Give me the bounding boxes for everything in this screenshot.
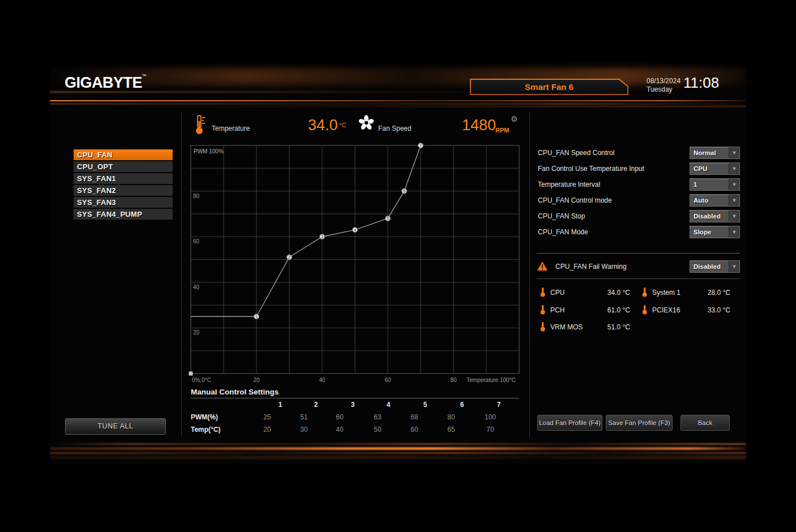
svg-text:7: 7 <box>420 143 422 147</box>
setting-label-control-mode: CPU_FAN Control mode <box>538 196 612 204</box>
tab-smart-fan-6-label: Smart Fan 6 <box>471 80 627 94</box>
mcs-header-row: 1 2 3 4 5 6 7 <box>191 401 553 410</box>
mcs-temp-label: Temp(°C) <box>191 426 221 434</box>
mcs-col: 4 <box>387 401 391 409</box>
mcs-pwm-cell[interactable]: 51 <box>300 413 307 421</box>
mcs-pwm-cell[interactable]: 60 <box>336 413 343 421</box>
dropdown-temp-input[interactable]: CPU ▼ <box>690 162 740 175</box>
back-button[interactable]: Back <box>681 415 730 431</box>
mcs-col: 7 <box>497 401 501 409</box>
sidebar-item-sys-fan4-pump[interactable]: SYS_FAN4_PUMP <box>74 209 173 220</box>
clock-display: 11:08 <box>683 74 719 92</box>
save-fan-profile-button[interactable]: Save Fan Profile (F3) <box>606 415 673 431</box>
date-display: 08/13/2024 Tuesday <box>647 77 681 94</box>
thermometer-icon <box>642 288 648 297</box>
fan-speed-value: 1480 <box>462 117 496 134</box>
mcs-pwm-cell[interactable]: 25 <box>263 413 271 421</box>
svg-text:40: 40 <box>193 284 200 290</box>
thermometer-icon <box>540 305 546 315</box>
sensor-label-cpu: CPU <box>550 289 564 297</box>
sensor-value-vrm-mos: 51.0 °C <box>582 323 630 331</box>
sensor-label-vrm-mos: VRM MOS <box>550 323 583 331</box>
chevron-down-icon: ▼ <box>729 179 739 190</box>
load-fan-profile-button[interactable]: Load Fan Profile (F4) <box>537 415 602 431</box>
mcs-temp-cell[interactable]: 30 <box>300 426 307 434</box>
chevron-down-icon: ▼ <box>729 211 739 222</box>
sensor-label-pch: PCH <box>550 306 564 314</box>
x-tick-40: 40 <box>319 377 325 383</box>
decor-streak <box>50 106 746 107</box>
mcs-pwm-label: PWM(%) <box>191 413 218 421</box>
tune-all-button[interactable]: TUNE ALL <box>65 418 166 435</box>
mcs-col: 6 <box>460 401 464 409</box>
sensor-value-pciex16: 33.0 °C <box>678 306 730 314</box>
decor-streak <box>50 100 746 101</box>
x-axis-title: Temperature 100°C <box>467 377 516 383</box>
divider <box>181 112 182 437</box>
manual-control-settings-title: Manual Control Settings <box>191 388 279 396</box>
decor-streak <box>50 452 746 454</box>
smart-fan-screen: GIGABYTE™ Smart Fan 6 08/13/2024 Tuesday… <box>50 68 746 464</box>
decor-streak <box>50 443 746 445</box>
divider <box>537 278 740 279</box>
dropdown-temp-interval[interactable]: 1 ▼ <box>690 178 740 191</box>
x-tick-60: 60 <box>384 377 391 383</box>
trademark: ™ <box>142 74 147 79</box>
dropdown-value: Normal <box>690 147 729 158</box>
setting-label-speed-control: CPU_FAN Speed Control <box>538 149 614 157</box>
temperature-value: 34.0 <box>308 117 338 134</box>
setting-label-fan-stop: CPU_FAN Stop <box>538 212 585 220</box>
svg-text:2: 2 <box>288 255 290 259</box>
chevron-down-icon: ▼ <box>729 195 739 206</box>
sidebar-item-cpu-opt[interactable]: CPU_OPT <box>74 161 173 172</box>
mcs-pwm-cell[interactable]: 80 <box>447 413 455 421</box>
dropdown-speed-control[interactable]: Normal ▼ <box>690 147 740 159</box>
svg-text:1: 1 <box>255 315 258 319</box>
setting-label-temp-interval: Temperature Interval <box>538 181 600 188</box>
mcs-pwm-cell[interactable]: 68 <box>410 413 418 421</box>
mcs-temp-cell[interactable]: 50 <box>374 426 381 434</box>
svg-text:80: 80 <box>193 193 200 199</box>
fan-curve-chart[interactable]: PWM 100%806040201234567 <box>191 145 519 374</box>
dropdown-value: Disabled <box>690 261 729 272</box>
mcs-temp-cell[interactable]: 65 <box>447 426 455 434</box>
sidebar-item-sys-fan1[interactable]: SYS_FAN1 <box>74 173 173 184</box>
sidebar-item-sys-fan2[interactable]: SYS_FAN2 <box>74 185 173 196</box>
chevron-down-icon: ▼ <box>729 226 739 238</box>
thermometer-icon <box>642 305 648 315</box>
divider <box>537 253 740 254</box>
sensor-value-system1: 28.0 °C <box>678 289 730 297</box>
decor-streak <box>50 103 746 105</box>
svg-text:6: 6 <box>403 189 405 193</box>
dropdown-fan-stop[interactable]: Disabled ▼ <box>690 210 740 222</box>
mcs-pwm-row: PWM(%) 25 51 60 63 68 80 100 <box>191 413 553 422</box>
chevron-down-icon: ▼ <box>729 147 739 158</box>
dropdown-fail-warning[interactable]: Disabled ▼ <box>690 260 740 273</box>
dropdown-fan-mode[interactable]: Slope ▼ <box>690 226 740 238</box>
mcs-temp-cell[interactable]: 20 <box>263 426 271 434</box>
dropdown-control-mode[interactable]: Auto ▼ <box>690 194 740 207</box>
sidebar-item-sys-fan3[interactable]: SYS_FAN3 <box>74 197 173 208</box>
mcs-temp-cell[interactable]: 40 <box>336 426 343 434</box>
decor-streak <box>50 456 746 458</box>
svg-text:3: 3 <box>321 235 323 239</box>
gigabyte-logo: GIGABYTE™ <box>65 74 147 92</box>
temperature-unit: °C <box>339 122 346 128</box>
sensor-label-system1: System 1 <box>652 289 681 297</box>
sidebar-item-cpu-fan[interactable]: CPU_FAN <box>74 149 173 160</box>
mcs-col: 1 <box>279 401 283 409</box>
weekday-value: Tuesday <box>647 85 681 94</box>
fan-speed-unit: RPM <box>495 127 509 134</box>
mcs-pwm-cell[interactable]: 100 <box>485 413 496 421</box>
divider <box>191 398 519 398</box>
chevron-down-icon: ▼ <box>729 163 739 174</box>
gear-icon[interactable]: ⚙ <box>511 114 518 123</box>
tab-smart-fan-6[interactable]: Smart Fan 6 <box>470 79 628 95</box>
sensor-value-pch: 61.0 °C <box>582 306 630 314</box>
mcs-temp-cell[interactable]: 70 <box>486 426 494 434</box>
decor-streak <box>50 447 746 450</box>
mcs-pwm-cell[interactable]: 63 <box>374 413 381 421</box>
thermometer-icon <box>540 322 546 332</box>
mcs-temp-cell[interactable]: 60 <box>410 426 418 434</box>
dropdown-value: CPU <box>690 163 729 174</box>
